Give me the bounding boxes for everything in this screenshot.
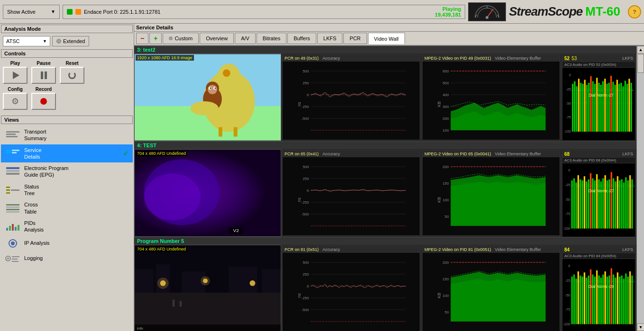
config-control: Config ⚙	[3, 87, 28, 110]
service-2-pcr-panel: PCR on 65 (0x41) Accuracy	[282, 150, 420, 236]
svg-rect-274	[625, 274, 626, 324]
svg-text:-50: -50	[566, 101, 571, 106]
record-control: Record	[31, 87, 56, 110]
controls-row-1: Play Pause Reset	[3, 61, 131, 84]
nav-item-epg[interactable]: Electronic ProgramGuide (EPG)	[1, 162, 133, 181]
scroll-thumb[interactable]	[637, 54, 644, 73]
stream-address: Endace Port 0: 225.1.1.91:12781	[84, 9, 160, 15]
service-2-lkfs-panel: 68 LKFS AC3 Audio on PID 68 (0x0044) 0	[562, 150, 635, 236]
service-2-row: 704 x 480 AFD Undefined	[134, 149, 636, 237]
tab-lkfs[interactable]: LKFS	[317, 33, 343, 44]
tab-av[interactable]: A/V	[235, 33, 256, 44]
svg-point-209	[201, 276, 210, 286]
tab-pcr[interactable]: PCR	[343, 33, 367, 44]
scroll-down-button[interactable]: ▼	[637, 323, 644, 331]
svg-point-58	[190, 101, 219, 116]
service-1-video-label: 1920 x 1080 AFD 16:9 image	[136, 55, 194, 61]
config-button[interactable]: ⚙	[3, 93, 28, 110]
vertical-scrollbar[interactable]: ▲ ▼	[636, 46, 644, 331]
svg-text:0: 0	[569, 73, 571, 77]
nav-item-logging[interactable]: Logging	[1, 251, 133, 266]
tab-buffers[interactable]: Buffers	[287, 33, 316, 44]
svg-rect-268	[613, 275, 614, 324]
record-icon	[40, 98, 47, 105]
nav-item-status-tree[interactable]: StatusTree	[1, 181, 133, 199]
svg-rect-191	[621, 179, 622, 229]
svg-text:500: 500	[303, 69, 309, 73]
svg-rect-215	[297, 253, 406, 331]
svg-rect-171	[580, 179, 581, 229]
svg-rect-263	[602, 275, 604, 324]
analysis-mode-dropdown[interactable]: ATSC ▼	[3, 36, 50, 46]
svg-rect-177	[592, 179, 593, 229]
svg-point-36	[11, 242, 15, 245]
pause-control: Pause	[31, 61, 56, 84]
svg-rect-188	[615, 181, 616, 228]
record-button[interactable]	[31, 93, 56, 110]
play-button[interactable]	[3, 67, 28, 84]
service-3-buffer-panel: MPEG-2 Video on PID 81 (0x0051) Video El…	[422, 246, 560, 331]
svg-rect-123	[625, 81, 626, 132]
service-2-buffer-title: MPEG-2 Video on PID 65 (0x0041)	[424, 152, 491, 156]
tab-bitrates[interactable]: Bitrates	[257, 33, 286, 44]
svg-rect-211	[172, 300, 175, 307]
svg-point-54	[210, 88, 211, 89]
service-3-lkfs-header: 84 LKFS	[562, 246, 635, 253]
status-tree-label: StatusTree	[24, 183, 39, 197]
scroll-track[interactable]	[637, 54, 644, 323]
content-area: Service Details − + Custom Overview A/V …	[134, 24, 644, 331]
svg-rect-269	[615, 277, 616, 324]
svg-rect-121	[620, 83, 622, 132]
show-active-dropdown[interactable]: Show Active ▼	[3, 5, 60, 19]
svg-rect-172	[581, 180, 583, 229]
service-3-video-frame: info	[135, 245, 281, 331]
svg-text:-500: -500	[301, 116, 309, 121]
svg-rect-193	[625, 177, 626, 228]
svg-text:250: 250	[303, 81, 309, 85]
svg-rect-13	[12, 152, 17, 153]
svg-rect-213	[135, 325, 281, 331]
tab-minus[interactable]: −	[136, 33, 148, 44]
extended-button[interactable]: Extended	[52, 36, 89, 46]
svg-text:-75: -75	[566, 115, 571, 119]
service-2-title-bar: 4: TEST	[134, 142, 636, 149]
svg-rect-42	[12, 261, 18, 262]
tab-plus[interactable]: +	[149, 33, 162, 44]
svg-rect-271	[619, 277, 620, 324]
active-checkmark: ✓	[123, 150, 129, 157]
svg-text:500: 500	[303, 260, 309, 265]
nav-item-pids-analysis[interactable]: PIDsAnalysis	[1, 217, 133, 236]
svg-text:ns: ns	[297, 197, 302, 202]
svg-rect-20	[6, 189, 10, 191]
pcr-tab-label: PCR	[350, 36, 360, 41]
svg-rect-175	[588, 179, 589, 229]
reset-label: Reset	[65, 61, 78, 66]
service-3-buffer-chart: 200 150 100 50 KB	[423, 253, 560, 331]
service-2-buffer-chart: 200 150 100 50 KB	[423, 157, 560, 235]
tab-video-wall[interactable]: Video Wall	[368, 33, 405, 44]
svg-rect-26	[6, 209, 19, 210]
svg-rect-118	[614, 85, 616, 132]
svg-rect-192	[623, 182, 625, 228]
analysis-mode-row: ATSC ▼ Extended	[0, 34, 134, 48]
main-content[interactable]: 3: test2 1920 x 1080 AFD 16:9 image	[134, 46, 636, 331]
nav-item-cross-table[interactable]: CrossTable	[1, 199, 133, 217]
svg-text:200: 200	[442, 260, 449, 265]
nav-item-ip-analysis[interactable]: IP Analysis	[1, 236, 133, 251]
svg-rect-122	[623, 86, 624, 132]
reset-button[interactable]	[60, 67, 84, 84]
service-3-title: Program Number 5	[137, 238, 184, 244]
nav-item-service-details[interactable]: ServiceDetails ✓	[1, 144, 133, 163]
tab-overview[interactable]: Overview	[200, 33, 234, 44]
tab-custom[interactable]: Custom	[163, 33, 199, 44]
svg-rect-173	[584, 176, 585, 228]
scroll-up-button[interactable]: ▲	[637, 46, 644, 54]
nav-item-transport-summary[interactable]: TransportSummary	[1, 126, 133, 144]
pause-button[interactable]	[31, 67, 56, 84]
extended-radio-icon	[56, 39, 61, 44]
svg-rect-253	[581, 277, 583, 324]
service-block-2: 4: TEST 704 x 480 AFD Undefined	[134, 142, 636, 237]
service-2-buffer-panel: MPEG-2 Video on PID 65 (0x0041) Video El…	[422, 150, 560, 236]
help-button[interactable]: ?	[628, 5, 641, 18]
play-icon	[13, 72, 19, 79]
